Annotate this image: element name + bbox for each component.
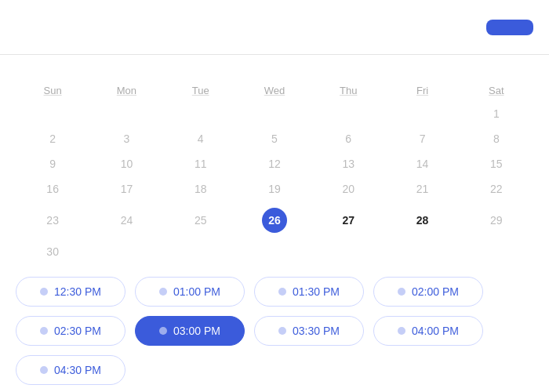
time-slot-dot bbox=[159, 327, 167, 335]
calendar-day-cell[interactable]: 20 bbox=[311, 176, 385, 201]
calendar-day-header: Sun bbox=[16, 80, 89, 101]
calendar-week-row: 23242526272829 bbox=[16, 201, 533, 239]
calendar-nav bbox=[0, 55, 549, 80]
header bbox=[0, 0, 549, 55]
calendar-week-row: 16171819202122 bbox=[16, 176, 533, 201]
calendar-day-cell bbox=[311, 239, 385, 264]
time-slot-button[interactable]: 03:30 PM bbox=[254, 316, 364, 346]
time-slots-container: 12:30 PM01:00 PM01:30 PM02:00 PM02:30 PM… bbox=[0, 264, 549, 385]
time-slot-label: 04:00 PM bbox=[412, 325, 459, 337]
calendar-day-cell[interactable]: 18 bbox=[164, 176, 238, 201]
time-slot-button[interactable]: 02:30 PM bbox=[16, 316, 125, 346]
calendar-day-cell[interactable]: 9 bbox=[16, 151, 89, 176]
calendar-day-cell[interactable]: 29 bbox=[460, 201, 533, 239]
calendar-grid: SunMonTueWedThuFriSat 123456789101112131… bbox=[0, 80, 549, 264]
time-slot-label: 01:00 PM bbox=[173, 285, 220, 298]
calendar-day-cell[interactable]: 7 bbox=[385, 126, 459, 151]
time-slot-dot bbox=[278, 288, 286, 296]
calendar-day-cell[interactable]: 22 bbox=[460, 176, 533, 201]
time-slot-button[interactable]: 02:00 PM bbox=[373, 277, 483, 307]
calendar-day-cell[interactable]: 10 bbox=[89, 151, 163, 176]
time-slot-dot bbox=[40, 366, 48, 374]
calendar-day-cell bbox=[385, 101, 459, 126]
time-slot-dot bbox=[398, 327, 405, 335]
calendar-day-cell[interactable]: 27 bbox=[311, 201, 385, 239]
time-slot-dot bbox=[159, 288, 167, 296]
calendar-day-cell bbox=[89, 239, 163, 264]
calendar-day-header: Fri bbox=[385, 80, 459, 101]
calendar-day-cell[interactable]: 24 bbox=[89, 201, 163, 239]
calendar-day-cell[interactable]: 25 bbox=[164, 201, 238, 239]
calendar-day-cell bbox=[238, 101, 311, 126]
calendar-day-cell bbox=[164, 239, 238, 264]
calendar-day-cell[interactable]: 1 bbox=[460, 101, 533, 126]
calendar-day-cell bbox=[311, 101, 385, 126]
calendar-day-cell bbox=[89, 101, 163, 126]
calendar-day-cell[interactable]: 2 bbox=[16, 126, 89, 151]
calendar-table: SunMonTueWedThuFriSat 123456789101112131… bbox=[16, 80, 533, 264]
calendar-day-cell[interactable]: 6 bbox=[311, 126, 385, 151]
calendar-week-row: 30 bbox=[16, 239, 533, 264]
time-slot-label: 04:30 PM bbox=[54, 364, 101, 376]
calendar-day-cell[interactable]: 28 bbox=[385, 201, 459, 239]
calendar-day-cell[interactable]: 13 bbox=[311, 151, 385, 176]
calendar-day-cell[interactable]: 8 bbox=[460, 126, 533, 151]
time-slot-dot bbox=[398, 288, 405, 296]
time-slot-button[interactable]: 03:00 PM bbox=[135, 316, 245, 346]
calendar-day-cell[interactable]: 30 bbox=[16, 239, 89, 264]
calendar-day-cell[interactable]: 16 bbox=[16, 176, 89, 201]
calendar-day-header: Tue bbox=[164, 80, 238, 101]
next-month-button[interactable] bbox=[513, 64, 525, 71]
calendar-day-header: Sat bbox=[460, 80, 533, 101]
time-slot-button[interactable]: 12:30 PM bbox=[16, 277, 125, 307]
calendar-day-cell bbox=[385, 239, 459, 264]
time-slot-label: 02:30 PM bbox=[54, 325, 101, 337]
calendar-day-cell[interactable]: 15 bbox=[460, 151, 533, 176]
calendar-day-header: Mon bbox=[89, 80, 163, 101]
calendar-day-cell[interactable]: 14 bbox=[385, 151, 459, 176]
calendar-day-cell[interactable]: 17 bbox=[89, 176, 163, 201]
time-slot-label: 01:30 PM bbox=[293, 285, 340, 298]
calendar-day-cell[interactable]: 4 bbox=[164, 126, 238, 151]
calendar-day-header: Thu bbox=[311, 80, 385, 101]
calendar-day-cell bbox=[164, 101, 238, 126]
calendar-day-cell[interactable]: 3 bbox=[89, 126, 163, 151]
time-slot-button[interactable]: 04:30 PM bbox=[16, 355, 125, 385]
date-picker: SunMonTueWedThuFriSat 123456789101112131… bbox=[0, 0, 549, 385]
calendar-day-cell[interactable]: 21 bbox=[385, 176, 459, 201]
calendar-week-row: 2345678 bbox=[16, 126, 533, 151]
time-slot-dot bbox=[40, 288, 48, 296]
calendar-day-cell[interactable]: 19 bbox=[238, 176, 311, 201]
calendar-week-row: 1 bbox=[16, 101, 533, 126]
time-slot-label: 03:00 PM bbox=[173, 325, 220, 337]
calendar-day-header: Wed bbox=[238, 80, 311, 101]
calendar-header-row: SunMonTueWedThuFriSat bbox=[16, 80, 533, 101]
calendar-day-cell bbox=[460, 239, 533, 264]
time-slot-button[interactable]: 04:00 PM bbox=[373, 316, 483, 346]
time-slot-button[interactable]: 01:00 PM bbox=[135, 277, 245, 307]
calendar-week-row: 9101112131415 bbox=[16, 151, 533, 176]
calendar-day-cell bbox=[238, 239, 311, 264]
time-slot-label: 03:30 PM bbox=[293, 325, 340, 337]
time-slot-label: 02:00 PM bbox=[412, 285, 459, 298]
calendar-day-cell[interactable]: 26 bbox=[238, 201, 311, 239]
calendar-day-cell[interactable]: 23 bbox=[16, 201, 89, 239]
calendar-day-cell[interactable]: 5 bbox=[238, 126, 311, 151]
prev-month-button[interactable] bbox=[24, 64, 36, 71]
time-slot-label: 12:30 PM bbox=[54, 285, 101, 298]
calendar-day-cell[interactable]: 12 bbox=[238, 151, 311, 176]
calendar-day-cell bbox=[16, 101, 89, 126]
calendar-body: 1234567891011121314151617181920212223242… bbox=[16, 101, 533, 264]
time-slot-button[interactable]: 01:30 PM bbox=[254, 277, 364, 307]
time-slot-dot bbox=[278, 327, 286, 335]
confirm-button[interactable] bbox=[486, 20, 533, 35]
calendar-day-cell[interactable]: 11 bbox=[164, 151, 238, 176]
time-slot-dot bbox=[40, 327, 48, 335]
